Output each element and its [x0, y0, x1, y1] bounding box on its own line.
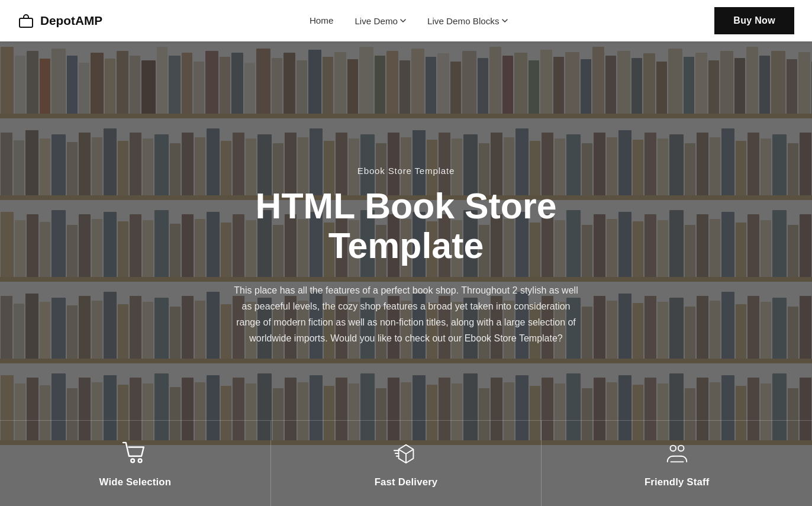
svg-point-7: [670, 446, 676, 452]
nav-item-live-demo-blocks[interactable]: Live Demo Blocks: [427, 16, 508, 26]
nav-link-live-demo-blocks[interactable]: Live Demo Blocks: [427, 16, 500, 26]
cart-icon: [120, 439, 150, 468]
feature-fast-delivery: Fast Delivery: [271, 421, 542, 506]
hero-subtitle: Ebook Store Template: [357, 166, 455, 176]
brand-logo[interactable]: DepotAMP: [18, 12, 102, 29]
nav-dropdown-live-demo[interactable]: Live Demo: [355, 16, 406, 26]
nav-item-live-demo[interactable]: Live Demo: [355, 16, 406, 26]
buy-now-button[interactable]: Buy Now: [714, 7, 794, 34]
feature-wide-selection: Wide Selection: [0, 421, 271, 506]
hero-title: HTML Book Store Template: [199, 186, 613, 266]
box-delivery-icon: [391, 439, 421, 468]
feature-friendly-staff: Friendly Staff: [542, 421, 812, 506]
nav-dropdown-live-demo-blocks[interactable]: Live Demo Blocks: [427, 16, 508, 26]
hero-description: This place has all the features of a per…: [228, 282, 584, 347]
wide-selection-label: Wide Selection: [99, 476, 172, 488]
friendly-staff-label: Friendly Staff: [645, 476, 710, 488]
svg-rect-0: [20, 18, 33, 27]
fast-delivery-label: Fast Delivery: [375, 476, 438, 488]
chevron-down-icon: [400, 18, 406, 24]
nav-item-home[interactable]: Home: [310, 15, 334, 26]
brand-name: DepotAMP: [40, 14, 102, 28]
svg-point-1: [131, 459, 135, 463]
nav-link-home[interactable]: Home: [310, 15, 334, 25]
hero-section: Ebook Store Template HTML Book Store Tem…: [0, 41, 812, 506]
features-row: Wide Selection Fast Delivery: [0, 420, 812, 506]
brand-icon: [18, 12, 34, 29]
svg-point-2: [138, 459, 142, 463]
chevron-down-icon-2: [502, 18, 508, 24]
nav-links: Home Live Demo Live Demo Blocks: [310, 15, 508, 26]
navbar: DepotAMP Home Live Demo Live Demo Blocks…: [0, 0, 812, 41]
nav-link-live-demo[interactable]: Live Demo: [355, 16, 398, 26]
svg-point-8: [678, 446, 684, 452]
people-icon: [662, 439, 692, 468]
